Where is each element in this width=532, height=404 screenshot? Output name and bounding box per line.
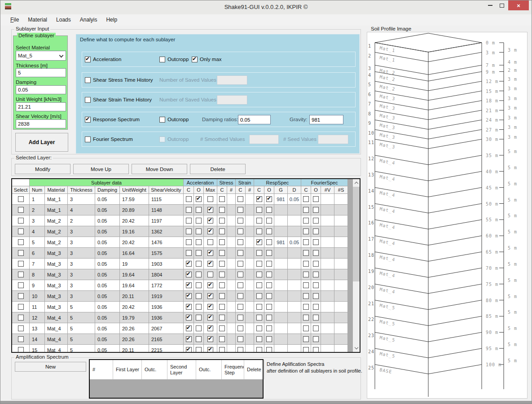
table-column-header-2[interactable]: Material — [45, 186, 68, 194]
row-checkbox-resp_o[interactable] — [266, 272, 272, 277]
row-checkbox-acc_c[interactable] — [186, 218, 192, 224]
row-checkbox-select[interactable] — [18, 239, 24, 245]
row-checkbox-stress_c[interactable] — [219, 304, 225, 310]
row-checkbox-strain_c[interactable] — [237, 272, 243, 277]
table-row[interactable]: 9Mat_330.0519.641772 — [12, 280, 360, 291]
row-checkbox-max[interactable] — [207, 250, 213, 256]
row-checkbox-strain_c[interactable] — [237, 336, 243, 342]
row-checkbox-acc_o[interactable] — [196, 282, 202, 288]
row-checkbox-acc_c[interactable] — [186, 304, 192, 310]
row-checkbox-select[interactable] — [18, 282, 24, 288]
row-checkbox-max[interactable] — [207, 315, 213, 321]
table-row[interactable]: 14Mat_450.0520.262165 — [12, 334, 360, 345]
row-checkbox-resp_o[interactable] — [266, 207, 272, 213]
row-checkbox-select[interactable] — [18, 304, 24, 310]
row-checkbox-select[interactable] — [18, 261, 24, 267]
row-checkbox-resp_o[interactable] — [266, 239, 272, 245]
minimize-button[interactable] — [484, 0, 496, 10]
row-checkbox-resp_o[interactable] — [266, 196, 272, 202]
row-checkbox-acc_c[interactable] — [186, 228, 192, 234]
fourier-outcrop-checkbox[interactable] — [159, 136, 165, 142]
maximize-button[interactable] — [496, 0, 508, 10]
response-spectrum-checkbox[interactable] — [85, 117, 91, 123]
row-checkbox-four_o[interactable] — [313, 207, 319, 213]
acceleration-checkbox[interactable] — [85, 57, 91, 62]
row-checkbox-strain_c[interactable] — [237, 315, 243, 321]
row-checkbox-four_c[interactable] — [303, 293, 309, 299]
row-checkbox-select[interactable] — [18, 315, 24, 321]
table-row[interactable]: 6Mat_330.0516.641575 — [12, 248, 360, 259]
menu-item-help[interactable]: Help — [101, 15, 122, 25]
thickness-input[interactable] — [16, 68, 66, 77]
row-checkbox-four_c[interactable] — [303, 196, 309, 202]
row-checkbox-strain_c[interactable] — [237, 304, 243, 310]
table-column-header-3[interactable]: Thickness — [68, 186, 95, 194]
shear-strain-checkbox[interactable] — [85, 97, 91, 103]
row-checkbox-four_o[interactable] — [313, 196, 319, 202]
menu-item-material[interactable]: Material — [23, 15, 52, 25]
row-checkbox-acc_c[interactable] — [186, 207, 192, 213]
row-checkbox-resp_o[interactable] — [266, 250, 272, 256]
row-checkbox-stress_c[interactable] — [219, 239, 225, 245]
response-outcrop-checkbox[interactable] — [159, 117, 165, 123]
row-checkbox-max[interactable] — [207, 261, 213, 267]
row-checkbox-strain_c[interactable] — [237, 325, 243, 331]
row-checkbox-four_o[interactable] — [313, 250, 319, 256]
row-checkbox-acc_o[interactable] — [196, 228, 202, 234]
row-checkbox-stress_c[interactable] — [219, 196, 225, 202]
row-checkbox-resp_c[interactable] — [256, 207, 262, 213]
row-checkbox-stress_c[interactable] — [219, 272, 225, 277]
row-checkbox-stress_c[interactable] — [219, 261, 225, 267]
acceleration-outcrop-checkbox[interactable] — [159, 57, 165, 62]
row-checkbox-stress_c[interactable] — [219, 218, 225, 224]
row-checkbox-four_c[interactable] — [303, 250, 309, 256]
table-column-header-9[interactable]: Max — [204, 186, 217, 194]
table-column-header-0[interactable]: Select — [12, 186, 30, 194]
seed-values-input[interactable] — [318, 135, 348, 144]
modify-button[interactable]: Modify — [15, 164, 70, 174]
table-row[interactable]: 11Mat_350.0520.421936 — [12, 302, 360, 312]
row-checkbox-strain_c[interactable] — [237, 218, 243, 224]
row-checkbox-four_c[interactable] — [303, 239, 309, 245]
row-checkbox-select[interactable] — [18, 228, 24, 234]
row-checkbox-acc_c[interactable] — [186, 196, 192, 202]
row-checkbox-strain_c[interactable] — [237, 228, 243, 234]
row-checkbox-four_o[interactable] — [313, 315, 319, 321]
scrollbar-thumb[interactable] — [353, 187, 360, 281]
row-checkbox-max[interactable] — [207, 228, 213, 234]
row-checkbox-max[interactable] — [207, 336, 213, 342]
row-checkbox-resp_o[interactable] — [266, 218, 272, 224]
row-checkbox-acc_o[interactable] — [196, 336, 202, 342]
row-checkbox-acc_o[interactable] — [196, 239, 202, 245]
row-checkbox-four_o[interactable] — [313, 347, 319, 353]
row-checkbox-acc_o[interactable] — [196, 207, 202, 213]
row-checkbox-strain_c[interactable] — [237, 207, 243, 213]
row-checkbox-acc_c[interactable] — [186, 347, 192, 353]
row-checkbox-max[interactable] — [207, 272, 213, 277]
row-checkbox-strain_c[interactable] — [237, 347, 243, 353]
row-checkbox-resp_c[interactable] — [256, 239, 262, 245]
row-checkbox-four_o[interactable] — [313, 293, 319, 299]
table-column-header-17[interactable]: D — [288, 186, 301, 194]
add-layer-button[interactable]: Add Layer — [15, 133, 68, 152]
row-checkbox-acc_o[interactable] — [196, 196, 202, 202]
row-checkbox-acc_o[interactable] — [196, 261, 202, 267]
table-column-header-14[interactable]: C — [254, 186, 264, 194]
row-checkbox-stress_c[interactable] — [219, 228, 225, 234]
menu-item-loads[interactable]: Loads — [52, 15, 75, 25]
row-checkbox-strain_c[interactable] — [237, 239, 243, 245]
row-checkbox-four_o[interactable] — [313, 272, 319, 277]
row-checkbox-acc_c[interactable] — [186, 272, 192, 277]
table-column-header-1[interactable]: Num — [30, 186, 45, 194]
row-checkbox-max[interactable] — [207, 304, 213, 310]
row-checkbox-strain_c[interactable] — [237, 250, 243, 256]
row-checkbox-acc_c[interactable] — [186, 315, 192, 321]
row-checkbox-resp_c[interactable] — [256, 325, 262, 331]
row-checkbox-select[interactable] — [18, 336, 24, 342]
table-column-header-7[interactable]: C — [184, 186, 194, 194]
table-row[interactable]: 12Mat_450.0519.791936 — [12, 312, 360, 323]
table-column-header-12[interactable]: C — [236, 186, 246, 194]
row-checkbox-acc_o[interactable] — [196, 347, 202, 353]
row-checkbox-max[interactable] — [207, 207, 213, 213]
table-row[interactable]: 1Mat_130.0517.5911159810.05 — [12, 194, 360, 205]
